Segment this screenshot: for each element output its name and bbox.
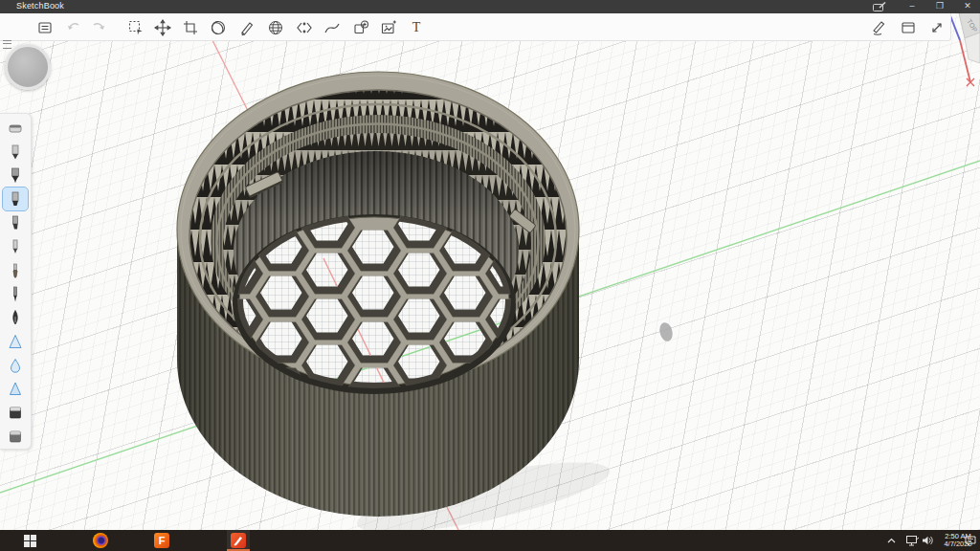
action-center-icon[interactable]: [963, 530, 978, 551]
minimize-button[interactable]: –: [898, 0, 926, 13]
stroke-icon[interactable]: [235, 18, 258, 36]
crop-icon[interactable]: [179, 18, 202, 36]
volume-icon[interactable]: [921, 530, 936, 551]
windows-taskbar: F 2:50 AM 4/7/2020: [0, 530, 980, 551]
distort-icon[interactable]: [293, 18, 316, 36]
viewcube-sketch: TOP: [949, 11, 980, 86]
close-button[interactable]: ✕: [953, 0, 980, 13]
canvas-artwork: TOP: [0, 0, 980, 551]
brush-palette: [0, 113, 32, 450]
brush-color-puck[interactable]: [5, 44, 51, 90]
restore-button[interactable]: ❐: [925, 0, 954, 13]
network-icon[interactable]: [903, 530, 921, 551]
window-title: SketchBook: [16, 1, 64, 11]
transform-icon[interactable]: [151, 18, 174, 36]
tool-inking-pen-button[interactable]: [3, 165, 28, 187]
title-bar: SketchBook – ❐ ✕: [0, 0, 980, 13]
tool-paintbrush-button[interactable]: [3, 259, 28, 282]
tool-eraser-small-button[interactable]: [3, 117, 28, 140]
tool-eraser-hard-button[interactable]: [3, 401, 28, 424]
firefox-icon: [93, 533, 108, 548]
main-toolbar: T: [0, 13, 951, 41]
import-image-icon[interactable]: [377, 18, 400, 36]
symmetry-icon[interactable]: [207, 18, 230, 36]
tool-smudge-button[interactable]: [3, 378, 28, 401]
tool-ballpoint-pen-button[interactable]: [3, 235, 28, 258]
fusion-360-icon: F: [154, 533, 169, 548]
fusion-360-taskbar-button[interactable]: F: [153, 532, 170, 549]
tool-airbrush-button[interactable]: [3, 330, 28, 353]
text-icon[interactable]: T: [405, 18, 428, 36]
undo-icon[interactable]: [62, 18, 85, 36]
cylinder-model: [177, 72, 579, 517]
windows-logo-icon: [24, 535, 36, 547]
tool-eraser-soft-button[interactable]: [3, 425, 28, 448]
redo-icon[interactable]: [87, 18, 110, 36]
drawing-canvas[interactable]: TOP: [0, 13, 980, 530]
select-icon[interactable]: [124, 18, 147, 36]
fullscreen-icon[interactable]: [925, 18, 948, 36]
tool-chisel-marker-button[interactable]: [3, 211, 28, 234]
tool-marker-button[interactable]: [3, 187, 28, 210]
sketchbook-icon: [231, 533, 246, 548]
firefox-taskbar-button[interactable]: [92, 532, 109, 549]
perspective-icon[interactable]: [264, 18, 287, 36]
tool-ink-nib-button[interactable]: [3, 306, 28, 329]
curve-icon[interactable]: [321, 18, 344, 36]
tool-fineliner-button[interactable]: [3, 282, 28, 305]
hidden-icons-chevron[interactable]: [884, 530, 898, 551]
shapes-icon[interactable]: [349, 18, 372, 36]
tool-pencil-button[interactable]: [3, 141, 28, 164]
sketchbook-taskbar-button[interactable]: [230, 532, 247, 549]
tool-watercolor-button[interactable]: [3, 354, 28, 377]
draw-styles-icon[interactable]: [868, 18, 891, 36]
menu-icon[interactable]: [33, 18, 56, 36]
palette-menu-icon[interactable]: [3, 40, 11, 49]
text-tool-glyph: T: [412, 19, 421, 36]
canvas-window-icon[interactable]: [897, 18, 920, 36]
sketchbook-window: TOP SketchBook – ❐ ✕: [0, 0, 980, 551]
start-button[interactable]: [21, 532, 38, 549]
canvas-smudge: [657, 321, 674, 343]
pen-input-icon[interactable]: [873, 2, 886, 11]
